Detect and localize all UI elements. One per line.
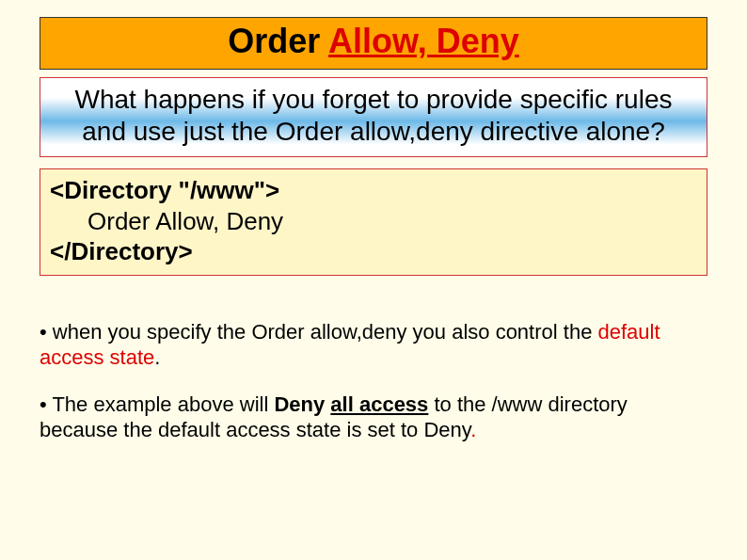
b1-pre: • when you specify the Order allow,deny … — [40, 320, 597, 344]
b2-deny: Deny — [274, 392, 325, 416]
code-open: <Directory "/www"> — [50, 175, 697, 206]
bullet-2: • The example above will Deny all access… — [40, 392, 707, 443]
title-bar: Order Allow, Deny — [40, 17, 707, 70]
bullets: • when you specify the Order allow,deny … — [40, 319, 707, 443]
b2-all-access: all access — [330, 392, 428, 416]
b2-dot: . — [470, 418, 476, 441]
bullet-1: • when you specify the Order allow,deny … — [40, 319, 707, 371]
title-plain: Order — [228, 22, 328, 60]
b2-pre: • The example above will — [40, 392, 274, 416]
code-box: <Directory "/www"> Order Allow, Deny </D… — [40, 168, 707, 276]
code-close: </Directory> — [50, 236, 697, 267]
question-box: What happens if you forget to provide sp… — [40, 77, 707, 157]
b1-post: . — [154, 345, 160, 369]
question-text: What happens if you forget to provide sp… — [74, 85, 672, 146]
code-line: Order Allow, Deny — [50, 206, 283, 237]
title-highlight: Allow, Deny — [328, 22, 519, 60]
